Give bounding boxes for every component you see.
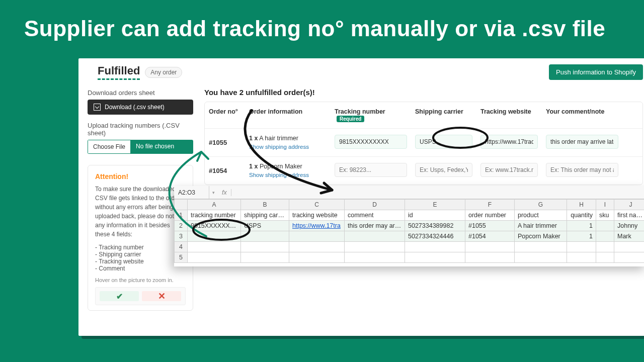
spreadsheet-grid[interactable]: ABC DEF GHI J 1 tracking numbershipping … — [174, 199, 644, 263]
table-row: #1054 1 x Popcorn Maker Show shipping ad… — [205, 156, 642, 185]
fulfilled-wrap: Fulfilled Any order — [98, 64, 182, 80]
required-chip: Required — [337, 116, 364, 122]
download-sheet-label: Download orders sheet — [88, 89, 193, 97]
attention-body: To make sure the downloaded CSV file get… — [95, 185, 186, 239]
spreadsheet-preview: A2:O3 ▾ fx ABC DEF GHI J 1 tracking numb… — [174, 186, 644, 266]
hover-hint: Hover on the picture to zoom in. — [95, 277, 186, 283]
order-no-cell: #1054 — [205, 157, 245, 185]
cross-icon: ✕ — [158, 291, 166, 302]
col-website: Tracking website — [476, 102, 542, 128]
show-shipping-link[interactable]: Show shipping address — [249, 144, 309, 150]
spreadsheet-icon — [94, 104, 101, 111]
order-info-cell: 1 x A hair trimmer Show shipping address — [245, 129, 331, 156]
sheet-data-row: 2 9815XXXXXXXXXUSPS https://www.17tra th… — [175, 221, 645, 231]
hero-title: Supplier can add tracking no° manually o… — [0, 0, 644, 46]
no-file-chosen-label: No file chosen — [131, 140, 193, 154]
tracking-number-input[interactable] — [335, 163, 407, 177]
upload-tracking-label: Upload tracking numbers (.CSV sheet) — [88, 122, 193, 137]
col-order-no: Order no° — [205, 102, 245, 128]
sheet-formula-bar: A2:O3 ▾ fx — [174, 186, 644, 199]
sheet-col-headers: ABC DEF GHI J — [175, 200, 645, 210]
attention-thumbnail[interactable]: ✔ ✕ — [95, 287, 186, 305]
tracking-number-input[interactable] — [335, 135, 407, 149]
sheet-empty-row: 4 — [175, 242, 645, 252]
attention-title: Attention! — [95, 172, 186, 180]
sheet-empty-row: 5 — [175, 252, 645, 263]
comment-input[interactable] — [546, 135, 618, 149]
top-bar: Fulfilled Any order Push information to … — [78, 58, 644, 82]
col-comment: Your comment/note — [542, 102, 622, 128]
comment-input[interactable] — [546, 163, 618, 177]
download-csv-button[interactable]: Download (.csv sheet) — [88, 100, 193, 115]
filter-any-order[interactable]: Any order — [145, 67, 182, 78]
download-csv-label: Download (.csv sheet) — [105, 104, 165, 111]
orders-header-row: Order no° Order information Tracking num… — [205, 102, 642, 128]
choose-file-button[interactable]: Choose File — [88, 140, 131, 154]
col-tracking-no: Tracking number Required — [331, 102, 411, 128]
sheet-cell-ref[interactable]: A2:O3 — [174, 186, 209, 199]
tracking-website-input[interactable] — [480, 135, 538, 149]
order-info-cell: 1 x Popcorn Maker Show shipping address — [245, 157, 331, 185]
orders-table: Order no° Order information Tracking num… — [204, 102, 643, 185]
col-carrier: Shipping carrier — [411, 102, 476, 128]
thumb-good: ✔ — [100, 291, 139, 301]
sheet-data-row: 3 5027334324446#1054 Popcorn Maker1 Mark — [175, 231, 645, 242]
tab-fulfilled[interactable]: Fulfilled — [98, 64, 140, 80]
shipping-carrier-input[interactable] — [415, 163, 472, 177]
fx-icon: fx — [218, 189, 231, 196]
unfulfilled-message: You have 2 unfulfilled order(s)! — [204, 88, 643, 97]
push-to-shopify-button[interactable]: Push information to Shopify — [549, 64, 643, 80]
attn-item: Comment — [95, 265, 186, 272]
sheet-header-row: 1 tracking numbershipping carriertrackin… — [175, 210, 645, 221]
tracking-website-input[interactable] — [480, 163, 538, 177]
attn-item: Tracking number — [95, 244, 186, 251]
file-input[interactable]: Choose File No file chosen — [88, 140, 193, 154]
order-no-cell: #1055 — [205, 129, 245, 156]
shipping-carrier-input[interactable] — [415, 135, 472, 149]
chevron-down-icon[interactable]: ▾ — [209, 190, 218, 195]
attn-item: Shipping carrier — [95, 251, 186, 258]
col-order-info: Order information — [245, 102, 331, 128]
attn-item: Tracking website — [95, 258, 186, 265]
thumb-bad: ✕ — [142, 291, 181, 301]
tracking-link-cell[interactable]: https://www.17tra — [289, 221, 345, 231]
attention-list: Tracking number Shipping carrier Trackin… — [95, 244, 186, 272]
check-icon: ✔ — [116, 292, 123, 301]
show-shipping-link[interactable]: Show shipping address — [249, 172, 309, 178]
table-row: #1055 1 x A hair trimmer Show shipping a… — [205, 128, 642, 156]
